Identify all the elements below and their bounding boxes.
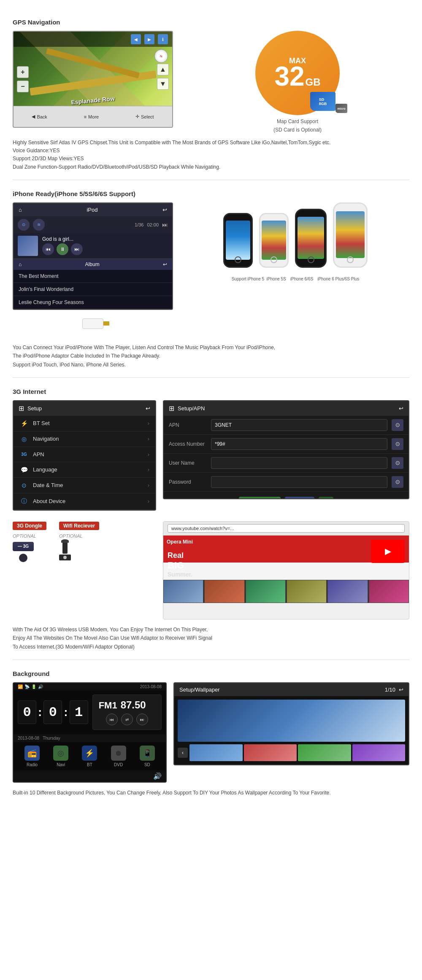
ipod-track-item-1[interactable]: The Best Moment [14, 270, 172, 283]
setup-bt-label: BT Set [33, 420, 50, 426]
ipod-prev-btn[interactable]: ⏮ [42, 243, 54, 255]
hu-prev-btn[interactable]: ⏮ [106, 713, 118, 725]
apn-value-user[interactable] [211, 457, 387, 469]
hu-app-dvd[interactable]: ⏺ DVD [111, 746, 126, 767]
ipod-skip-icon[interactable]: ⏭ [162, 221, 168, 228]
sd-label: SD [144, 762, 150, 767]
phone-screen-2 [262, 221, 286, 260]
setup-item-navigation[interactable]: ◎ Navigation › [14, 431, 155, 447]
apn-gear-2[interactable]: ⚙ [392, 438, 403, 450]
gps-back-btn[interactable]: ◀ Back [32, 114, 47, 119]
apn-gear-1[interactable]: ⚙ [392, 419, 403, 431]
hu-app-radio[interactable]: 📻 Radio [24, 746, 40, 767]
zoom-out-btn[interactable]: − [17, 81, 29, 92]
apn-default-btn[interactable]: Default [285, 497, 314, 499]
dongle-area: 3G Dongle OPTIONAL — 3G Wifi Reciever [13, 522, 156, 562]
apn-wifi-btn[interactable]: Wifi Settings [239, 497, 281, 499]
ipod-title-label: iPod [87, 207, 97, 213]
iphone-title: iPhone Ready(iPhone 5/5S/6/6S Support) [13, 190, 409, 197]
gps-top-icon1: ◀ [131, 34, 141, 44]
phone-label-1: Support iPhone 5 iPhone 5S [232, 277, 286, 281]
browser-url[interactable]: www.youtube.com/watch?v=... [168, 524, 405, 533]
apn-value-access[interactable]: *99# [211, 438, 387, 450]
dvd-label: DVD [114, 762, 123, 767]
setup-apn-label: APN [33, 451, 44, 458]
hu-clock: 0 : 0 : 1 [18, 700, 88, 724]
hu-rand-btn[interactable]: ⇌ [121, 713, 133, 725]
zoom-up-btn[interactable]: ▲ [157, 64, 169, 75]
setup-datetime-label: Date & Time [33, 482, 63, 488]
hu-date-label: 2013-08-08 [18, 736, 39, 740]
wp-preview [178, 700, 405, 742]
apn-row-access: Access Number *99# ⚙ [164, 435, 408, 454]
setup-item-about[interactable]: ⓘ About Device › [14, 493, 155, 510]
ipod-track-name: God is a girl... [42, 236, 168, 242]
hu-next-btn[interactable]: ⏭ [136, 713, 148, 725]
phone-home-1 [235, 256, 241, 263]
setup-screen: ⊞ Setup ↩ ⚡ BT Set › ◎ Navigation › [13, 400, 156, 511]
background-description: Built-in 10 Different Background Picture… [13, 789, 409, 797]
setup-item-language[interactable]: 💬 Language › [14, 462, 155, 478]
setup-item-apn[interactable]: 3G APN › [14, 447, 155, 462]
3g-dongle-label: 3G Dongle [13, 522, 46, 530]
setup-back-icon: ↩ [146, 405, 150, 412]
phone-home-4 [347, 256, 354, 263]
hu-app-bt[interactable]: ⚡ BT [82, 746, 97, 767]
navi-label: Navi [57, 762, 65, 767]
sd-card-image: SD8GB micro [310, 92, 335, 111]
apn-screen: ⊞ Setup/APN ↩ APN 3GNET ⚙ Access Number [163, 400, 409, 499]
setup-item-datetime[interactable]: ⊙ Date & Time › [14, 478, 155, 493]
phones-area: Support iPhone 5 iPhone 5S iPhone 6/6S i… [181, 202, 409, 281]
ipod-track-item-3[interactable]: Leslie Cheung Four Seasons [14, 296, 172, 309]
setup-lang-label: Language [33, 466, 57, 473]
apn-value-password[interactable] [211, 476, 387, 488]
apn-row-apn: APN 3GNET ⚙ [164, 416, 408, 435]
apn-gear-3[interactable]: ⚙ [392, 457, 403, 469]
wp-thumb-3[interactable] [298, 744, 351, 761]
wp-prev-arrow[interactable]: ‹ [178, 748, 188, 758]
gps-more-btn[interactable]: ≡ More [84, 114, 99, 119]
wifi-body [59, 555, 71, 560]
wifi-optional: OPTIONAL [59, 533, 83, 538]
hu-app-navi[interactable]: ◎ Navi [53, 746, 68, 767]
apn-title: Setup/APN [178, 405, 205, 412]
usb-dongle [82, 318, 103, 329]
wp-count: 1/10 [385, 687, 395, 693]
ipod-home-icon: ⌂ [19, 207, 22, 213]
apn-gear-4[interactable]: ⚙ [392, 476, 403, 488]
bt-icon: ⚡ [19, 420, 29, 427]
setup-item-bt[interactable]: ⚡ BT Set › [14, 416, 155, 431]
wp-thumbnails [189, 744, 405, 761]
gps-select-btn[interactable]: ✛ Select [135, 114, 154, 119]
gps-top-icon2: ▶ [144, 34, 154, 44]
ipod-screen: ⌂ iPod ↩ ⊙ ≋ 1/36 02:00 ⏭ God is [13, 202, 173, 310]
ipod-album-art [18, 236, 38, 256]
wp-thumb-2[interactable] [244, 744, 297, 761]
background-title: Background [13, 670, 409, 677]
wp-title: Setup/Wallpaper [179, 687, 220, 693]
wp-back-icon: ↩ [399, 687, 403, 693]
sd-app-icon: 📱 [140, 746, 155, 761]
wp-thumb-4[interactable] [352, 744, 406, 761]
wp-nav-row: ‹ [178, 744, 405, 761]
zoom-in-btn[interactable]: + [17, 66, 29, 78]
apn-value-apn[interactable]: 3GNET [211, 419, 387, 431]
zoom-down-btn[interactable]: ▼ [157, 78, 169, 90]
hu-bottom-bar: 🔊 [14, 770, 166, 782]
clock-colon-2: : [64, 705, 68, 719]
wp-thumb-1[interactable] [189, 744, 243, 761]
gps-title: GPS Navigation [13, 19, 409, 26]
ipod-next-btn[interactable]: ⏭ [71, 243, 83, 255]
lang-icon: 💬 [19, 466, 29, 473]
ipod-track-count: 1/36 [135, 222, 143, 227]
time-icon: ⊙ [19, 482, 29, 489]
internet-title: 3G Internet [13, 388, 409, 395]
ipod-play-pause-btn[interactable]: ⏸ [57, 243, 68, 255]
apn-save-btn[interactable]: 💾 [319, 497, 333, 499]
clock-digit-2: 0 [43, 700, 62, 724]
apn-label-password: Password [169, 479, 207, 485]
clock-colon-1: : [38, 705, 42, 719]
hu-app-sd[interactable]: 📱 SD [140, 746, 155, 767]
ipod-waveform-icon: ≋ [33, 219, 45, 231]
ipod-track-item-2[interactable]: Jolin's Final Wonderland [14, 283, 172, 296]
